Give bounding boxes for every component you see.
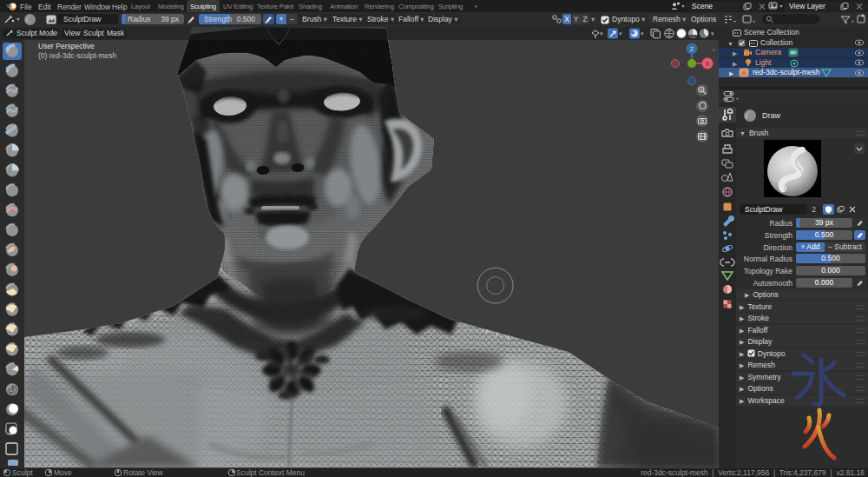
svg-text:Sculpt: Sculpt: [83, 29, 104, 37]
svg-text:(0) red-3dc-sculpt-mesh: (0) red-3dc-sculpt-mesh: [38, 51, 116, 60]
svg-text:Z: Z: [690, 46, 694, 52]
svg-text:‹: ‹: [713, 46, 715, 54]
svg-text:▾: ▾: [711, 30, 714, 36]
svg-text:View: View: [64, 29, 81, 37]
svg-text:X: X: [706, 61, 710, 67]
svg-text:▾: ▾: [600, 30, 603, 36]
svg-text:Mask: Mask: [107, 29, 125, 37]
svg-text:▾: ▾: [641, 30, 644, 36]
svg-text:User Perspective: User Perspective: [38, 42, 95, 50]
svg-text:▾: ▾: [51, 30, 55, 36]
svg-text:▾: ▾: [619, 30, 622, 36]
